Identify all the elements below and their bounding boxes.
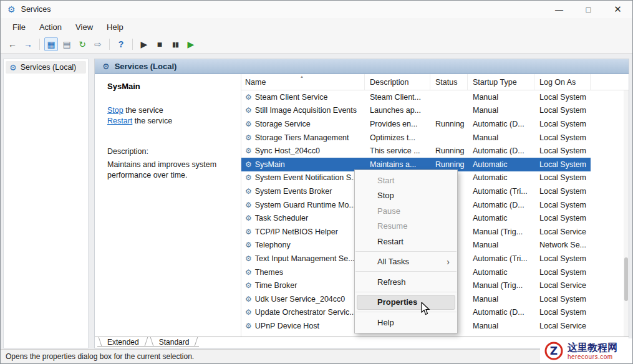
cell-description: Provides en...	[365, 117, 430, 131]
cell-filler	[591, 292, 624, 306]
toolbar-export-list-icon[interactable]: ⇨	[91, 37, 105, 51]
toolbar-refresh-icon[interactable]: ↻	[75, 37, 89, 51]
maximize-icon[interactable]: □	[574, 1, 603, 18]
menu-separator	[355, 292, 457, 292]
toolbar-help-icon[interactable]: ?	[114, 37, 128, 51]
toolbar-back-arrow-icon[interactable]: ←	[6, 37, 19, 51]
service-gear-icon: ⚙	[245, 188, 252, 195]
cell-filler	[591, 319, 624, 333]
toolbar-restart-service-icon[interactable]: ▶	[184, 37, 198, 51]
description-label: Description:	[107, 147, 230, 156]
service-row-storage-service[interactable]: ⚙Storage ServiceProvides en...RunningAut…	[241, 117, 624, 131]
menu-file[interactable]: File	[6, 20, 32, 34]
context-menu-pause[interactable]: Pause	[355, 203, 457, 219]
services-tree-icon: ⚙	[9, 64, 17, 72]
menu-separator	[355, 271, 457, 272]
toolbar-stop-service-icon[interactable]: ■	[153, 37, 167, 51]
cell-log-on-as: Local Service	[534, 319, 591, 333]
cell-startup-type: Automatic	[468, 266, 534, 279]
restart-service-link[interactable]: Restart	[107, 117, 132, 125]
context-menu-stop[interactable]: Stop	[355, 188, 457, 204]
cell-name: ⚙SysMain	[241, 158, 365, 171]
window-title: Services	[21, 5, 51, 14]
cell-description: This service ...	[365, 144, 430, 158]
cell-name: ⚙Storage Service	[241, 117, 365, 131]
service-row-still-image-acquisition-events[interactable]: ⚙Still Image Acquisition EventsLaunches …	[241, 104, 624, 118]
menu-help[interactable]: Help	[100, 20, 130, 34]
cell-filler	[591, 104, 624, 118]
column-header-status[interactable]: Status	[430, 74, 468, 90]
cell-log-on-as: Local System	[534, 266, 591, 279]
cell-filler	[591, 131, 624, 145]
menu-action[interactable]: Action	[32, 20, 69, 34]
menu-view[interactable]: View	[69, 20, 100, 34]
toolbar-properties-icon[interactable]: ▤	[60, 37, 74, 51]
context-menu-resume[interactable]: Resume	[355, 219, 457, 234]
cell-filler	[591, 184, 624, 198]
menu-separator	[355, 251, 457, 252]
site-watermark: Z 这里教程网 herecours.com	[540, 338, 632, 363]
cell-filler	[591, 144, 624, 158]
close-icon[interactable]: ✕	[603, 1, 632, 18]
context-menu-start[interactable]: Start	[355, 173, 457, 188]
toolbar-pause-service-icon[interactable]: ▮▮	[168, 37, 182, 51]
tree-item-services-local[interactable]: ⚙ Services (Local)	[6, 61, 86, 74]
column-header-filler	[591, 74, 629, 90]
service-gear-icon: ⚙	[245, 201, 252, 209]
cell-log-on-as: Local System	[534, 171, 591, 185]
cell-status: Running	[430, 117, 468, 131]
services-app-icon: ⚙	[7, 5, 16, 14]
toolbar: ←→▦▤↻⇨?▶■▮▮▶	[1, 36, 632, 54]
service-gear-icon: ⚙	[245, 161, 252, 168]
selected-service-name: SysMain	[107, 82, 230, 91]
detail-pane: SysMain Stop the service Restart the ser…	[95, 74, 241, 337]
service-gear-icon: ⚙	[245, 241, 252, 249]
toolbar-forward-arrow-icon[interactable]: →	[21, 37, 35, 51]
cell-startup-type: Automatic	[468, 211, 534, 225]
cell-filler	[591, 266, 624, 279]
context-menu-help[interactable]: Help	[355, 315, 457, 330]
cell-log-on-as: Local System	[534, 184, 591, 198]
tab-standard[interactable]: Standard	[149, 337, 200, 347]
scrollbar-thumb[interactable]	[624, 257, 628, 301]
vertical-scrollbar[interactable]	[624, 90, 629, 337]
service-gear-icon: ⚙	[245, 147, 252, 155]
mouse-cursor	[421, 302, 430, 318]
toolbar-start-service-icon[interactable]: ▶	[137, 37, 151, 51]
service-row-sync-host-204cc0[interactable]: ⚙Sync Host_204cc0This service ...Running…	[241, 144, 624, 158]
cell-log-on-as: Local System	[534, 211, 591, 225]
context-menu-restart[interactable]: Restart	[355, 234, 457, 249]
column-header-log-on-as[interactable]: Log On As	[534, 74, 591, 90]
description-text: Maintains and improves system performanc…	[107, 160, 232, 181]
toolbar-show-console-tree-icon[interactable]: ▦	[44, 37, 58, 51]
cell-log-on-as: Local Service	[534, 279, 591, 292]
cell-log-on-as: Local System	[534, 131, 591, 145]
banner-title: Services (Local)	[115, 62, 177, 71]
cell-filler	[591, 117, 624, 131]
cell-name: ⚙System Event Notification S...	[241, 171, 365, 185]
service-row-steam-client-service[interactable]: ⚙Steam Client ServiceSteam Client...Manu…	[241, 90, 624, 104]
cell-filler	[591, 252, 624, 266]
window-controls: — □ ✕	[544, 1, 632, 18]
service-gear-icon: ⚙	[245, 282, 252, 289]
column-header-description[interactable]: Description	[365, 74, 430, 90]
cell-startup-type: Manual	[468, 239, 534, 252]
tab-extended[interactable]: Extended	[97, 337, 149, 347]
minimize-icon[interactable]: —	[544, 1, 574, 18]
cell-filler	[591, 306, 624, 320]
context-menu-properties[interactable]: Properties	[357, 295, 455, 310]
context-menu-all-tasks[interactable]: All Tasks›	[355, 254, 457, 270]
cell-startup-type: Manual	[468, 319, 534, 333]
cell-startup-type: Automatic (Tri...	[468, 252, 534, 266]
cell-log-on-as: Local System	[534, 90, 591, 104]
context-menu-refresh[interactable]: Refresh	[355, 274, 457, 290]
panel-banner: ⚙ Services (Local)	[95, 59, 629, 74]
cell-startup-type: Automatic (D...	[468, 144, 534, 158]
cell-startup-type: Automatic	[468, 158, 534, 171]
column-header-startup-type[interactable]: Startup Type	[468, 74, 534, 90]
service-row-storage-tiers-management[interactable]: ⚙Storage Tiers ManagementOptimizes t...M…	[241, 131, 624, 145]
cell-name: ⚙Update Orchestrator Servic...	[241, 306, 365, 320]
cell-name: ⚙Text Input Management Se...	[241, 252, 365, 266]
stop-service-link[interactable]: Stop	[107, 106, 123, 115]
cell-startup-type: Automatic (D...	[468, 198, 534, 212]
